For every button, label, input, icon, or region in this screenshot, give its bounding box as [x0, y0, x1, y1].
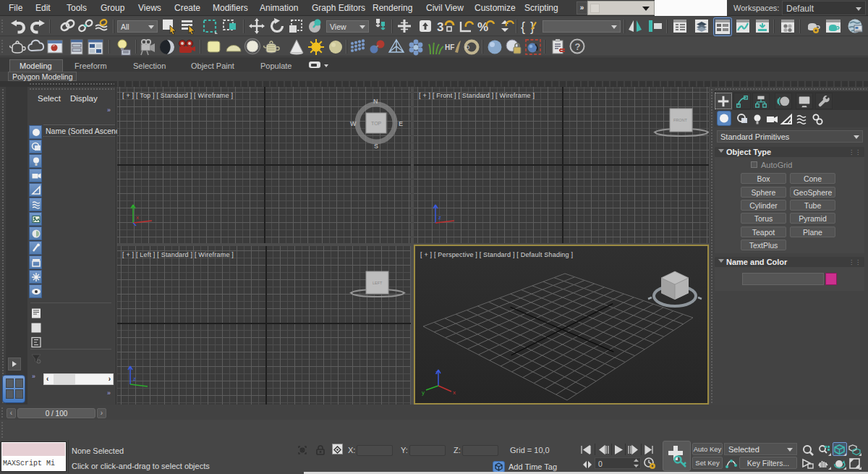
svg-text:E: E — [399, 120, 403, 127]
svg-text:S: S — [374, 143, 378, 150]
svg-text:x: x — [136, 214, 139, 221]
svg-text:?: ? — [575, 41, 581, 52]
svg-text:N: N — [373, 98, 378, 105]
svg-text:3: 3 — [437, 20, 443, 34]
svg-text:y: y — [422, 389, 425, 396]
svg-text:W: W — [350, 120, 357, 127]
svg-text:x: x — [453, 389, 456, 396]
svg-text:HF: HF — [445, 43, 454, 51]
svg-text:O: O — [465, 44, 469, 51]
svg-text:z: z — [438, 214, 441, 221]
svg-text:TOP: TOP — [371, 121, 382, 126]
svg-text:LEFT: LEFT — [373, 281, 383, 285]
svg-text:FRONT: FRONT — [673, 118, 688, 122]
svg-text:{: { — [521, 20, 525, 34]
svg-text:z: z — [435, 369, 438, 376]
svg-text:z: z — [133, 376, 136, 382]
